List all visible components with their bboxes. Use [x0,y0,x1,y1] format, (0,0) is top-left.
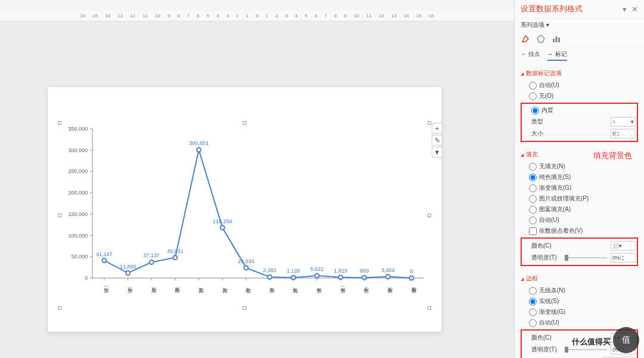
svg-rect-77 [558,38,560,42]
svg-text:100,000: 100,000 [68,233,88,239]
format-panel: 设置数据系列格式 ▾✕ 系列选项 ▾ ～ 线条 ～ 标记 数据标记选项 自动(U… [514,0,644,358]
svg-point-18 [102,258,106,263]
svg-point-30 [244,266,248,270]
series-options-dropdown[interactable]: 系列选项 ▾ [515,18,644,32]
fill-transparency-input[interactable]: 0%▴▾ [611,253,636,263]
svg-text:类别一: 类别一 [104,286,109,294]
marker-type-select[interactable]: ○▾ [611,117,636,126]
svg-text:5,621: 5,621 [310,266,324,272]
svg-text:类别十三: 类别十三 [388,288,392,294]
svg-point-24 [173,255,177,260]
chart-object[interactable]: + ✎ ▼ 050,000100,000150,000200,000250,00… [60,123,429,308]
panel-close-icon[interactable]: ✕ [631,5,638,14]
border-none-radio[interactable] [529,287,537,295]
slide-canvas[interactable]: + ✎ ▼ 050,000100,000150,000200,000250,00… [48,87,441,332]
panel-title: 设置数据系列格式 ▾✕ [515,0,644,18]
resize-handle[interactable] [428,214,431,217]
fill-picture-radio[interactable] [529,195,537,203]
svg-text:类别十: 类别十 [317,288,321,294]
svg-marker-74 [537,35,544,42]
border-auto-radio[interactable] [529,319,537,327]
svg-point-36 [315,273,319,277]
marker-builtin-radio[interactable] [531,107,539,115]
border-gradient-radio[interactable] [529,308,537,316]
svg-text:类别十四: 类别十四 [411,288,416,294]
svg-text:类别四: 类别四 [175,288,179,294]
svg-rect-75 [553,39,555,42]
panel-dropdown-icon[interactable]: ▾ [623,5,627,14]
svg-text:类别七: 类别七 [246,288,250,294]
fill-none-radio[interactable] [529,163,537,171]
svg-text:5: 5 [410,268,413,274]
resize-handle[interactable] [243,121,246,125]
chart-style-button[interactable]: ✎ [432,135,442,146]
svg-text:48,031: 48,031 [167,248,184,254]
fill-transparency-slider[interactable] [565,257,607,258]
border-head[interactable]: 边框 [521,274,638,283]
resize-handle[interactable] [58,121,61,125]
svg-text:24,034: 24,034 [238,258,255,264]
svg-text:300,000: 300,000 [68,147,88,153]
fill-line-icon[interactable] [521,34,530,44]
marker-auto-radio[interactable] [529,82,537,90]
watermark-badge: 值 [613,327,639,353]
svg-text:2,482: 2,482 [263,267,277,273]
border-transparency-slider[interactable] [565,349,607,350]
svg-text:11,885: 11,885 [120,264,137,270]
svg-point-22 [150,260,154,264]
line-chart[interactable]: 050,000100,000150,000200,000250,000300,0… [60,123,429,308]
svg-text:类别九: 类别九 [293,288,298,294]
workspace: + ✎ ▼ 050,000100,000150,000200,000250,00… [0,21,514,358]
svg-point-20 [126,271,130,275]
fill-annotation: 填充背景色 [593,150,632,161]
svg-text:1,126: 1,126 [287,268,301,274]
fill-pattern-radio[interactable] [529,206,537,214]
svg-rect-76 [556,36,558,42]
resize-handle[interactable] [428,306,431,310]
svg-point-28 [221,226,225,230]
svg-text:41,147: 41,147 [96,251,113,257]
fill-color-picker[interactable]: ⬜▾ [611,241,636,251]
chart-add-button[interactable]: + [432,123,442,134]
svg-point-26 [197,148,201,152]
svg-text:200,000: 200,000 [68,190,88,196]
svg-text:类别八: 类别八 [270,288,274,294]
resize-handle[interactable] [58,306,61,310]
fill-auto-radio[interactable] [529,217,537,224]
svg-text:800: 800 [360,268,369,274]
chart-filter-button[interactable]: ▼ [432,147,442,158]
marker-size-input[interactable]: 5▴▾ [611,129,636,138]
fill-gradient-radio[interactable] [529,184,537,192]
fill-solid-radio[interactable] [529,174,537,181]
resize-handle[interactable] [428,121,431,125]
marker-none-radio[interactable] [529,92,537,100]
svg-text:50,000: 50,000 [71,254,88,260]
marker-options-head[interactable]: 数据标记选项 [521,69,638,78]
watermark-text: 什么值得买 [572,337,611,347]
border-solid-radio[interactable] [529,298,537,305]
resize-handle[interactable] [243,306,246,310]
svg-text:0: 0 [85,275,88,281]
horizontal-ruler: 1615141312111098765432101234567891011121… [0,11,514,21]
svg-text:3,404: 3,404 [381,267,395,273]
svg-text:300,851: 300,851 [189,140,209,146]
resize-handle[interactable] [58,214,61,217]
svg-text:类别二: 类别二 [128,287,132,294]
svg-text:118,259: 118,259 [213,218,233,224]
fill-vary-checkbox[interactable] [529,227,537,235]
svg-text:类别六: 类别六 [222,288,227,294]
line-marker-tabs: ～ 线条 ～ 标记 [515,47,644,64]
tab-marker[interactable]: ～ 标记 [547,50,567,61]
svg-text:37,137: 37,137 [143,252,160,258]
svg-text:类别十一: 类别十一 [340,286,345,294]
svg-text:1,819: 1,819 [334,268,348,274]
svg-text:类别十二: 类别十二 [364,287,369,294]
series-icon[interactable] [552,34,561,44]
svg-text:250,000: 250,000 [68,168,88,174]
svg-text:150,000: 150,000 [68,211,88,217]
tab-line[interactable]: ～ 线条 [521,50,540,61]
effects-icon[interactable] [536,34,546,44]
svg-text:类别三: 类别三 [151,288,156,294]
svg-text:类别五: 类别五 [199,288,203,294]
svg-text:350,000: 350,000 [68,126,88,132]
